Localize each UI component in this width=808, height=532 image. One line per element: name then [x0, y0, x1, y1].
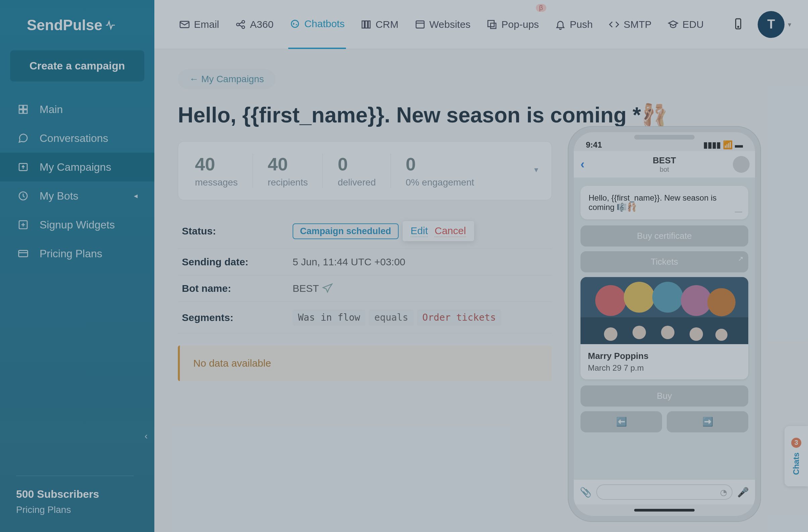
chatbot-icon	[290, 18, 300, 29]
chat-header: ‹ BEST bot	[574, 151, 755, 178]
preview-button-certificate[interactable]: Buy certificate	[581, 225, 748, 247]
svg-rect-2	[19, 110, 23, 113]
svg-point-24	[652, 282, 683, 312]
main-content: ← My Campaigns Hello, {{first_name}}. Ne…	[154, 49, 808, 532]
svg-rect-7	[19, 251, 28, 257]
detail-row-segments: Segments: Was in flow equals Order ticke…	[178, 302, 552, 334]
chat-message: Hello, {{first_name}}. New season is com…	[581, 186, 748, 220]
preview-button-buy[interactable]: Buy	[581, 385, 748, 406]
stat-label: 0% engagement	[406, 177, 474, 188]
sidebar-item-signup-widgets[interactable]: Signup Widgets	[0, 210, 154, 239]
chats-side-tab[interactable]: 3 Chats	[785, 426, 808, 487]
window-icon	[415, 19, 425, 30]
svg-point-10	[242, 20, 245, 23]
detail-value: 5 Jun, 11:44 UTC +03:00	[293, 256, 405, 268]
battery-icon: ▬	[735, 140, 743, 150]
upload-icon	[17, 161, 30, 173]
stats-dropdown[interactable]: ▾	[534, 165, 538, 174]
create-campaign-button[interactable]: Create a campaign	[10, 50, 144, 81]
topnav-label: A360	[250, 19, 274, 30]
brand-text: SendPulse	[27, 17, 102, 34]
topnav-label: Email	[194, 19, 219, 30]
svg-point-28	[604, 327, 618, 341]
sidebar-item-pricing-plans[interactable]: Pricing Plans	[0, 239, 154, 268]
detail-row-sending-date: Sending date: 5 Jun, 11:44 UTC +03:00	[178, 249, 552, 276]
sidebar-collapse-button[interactable]: ‹	[145, 431, 148, 441]
beta-badge: β	[536, 4, 547, 12]
topnav-crm[interactable]: CRM	[360, 0, 400, 49]
stat-delivered: 0 delivered	[323, 154, 391, 188]
sidebar-item-main[interactable]: Main	[0, 95, 154, 124]
svg-point-12	[291, 20, 298, 27]
subscriber-count: 500 Subscribers	[16, 488, 138, 500]
topnav-push[interactable]: Push	[554, 0, 594, 49]
envelope-icon	[179, 19, 190, 30]
stat-messages: 40 messages	[191, 154, 253, 188]
topnav-label: Chatbots	[304, 18, 345, 30]
detail-key: Bot name:	[182, 283, 293, 294]
svg-point-22	[595, 285, 626, 316]
stat-label: delivered	[337, 177, 376, 188]
topnav-edu[interactable]: EDU	[666, 0, 705, 49]
sidebar-nav: Main Conversations My Campaigns My Bots …	[0, 95, 154, 476]
external-link-icon: ↗	[738, 254, 743, 263]
wifi-icon: 📶	[723, 140, 733, 150]
stat-recipients: 40 recipients	[253, 154, 323, 188]
no-data-notice: No data available	[178, 345, 552, 381]
topnav-email[interactable]: Email	[178, 0, 220, 49]
back-icon[interactable]: ‹	[581, 157, 585, 171]
chats-count-badge: 3	[791, 438, 801, 448]
topnav-label: Pop-ups	[501, 19, 539, 30]
card-image	[581, 277, 748, 344]
svg-rect-1	[23, 105, 27, 109]
columns-icon	[361, 19, 371, 30]
svg-point-32	[715, 329, 728, 341]
chat-inputbar: 📎 ◔ 🎤	[574, 480, 755, 505]
sidebar-item-label: Main	[40, 103, 63, 116]
card-date: March 29 7 p.m	[588, 363, 741, 373]
sidebar-item-conversations[interactable]: Conversations	[0, 124, 154, 153]
sidebar-item-my-campaigns[interactable]: My Campaigns	[0, 153, 154, 182]
message-meta-icon: —	[735, 207, 742, 216]
preview-button-tickets[interactable]: Tickets ↗	[581, 251, 748, 272]
sidebar-item-my-bots[interactable]: My Bots ◂	[0, 182, 154, 210]
mic-icon[interactable]: 🎤	[737, 487, 749, 498]
popup-icon	[486, 19, 497, 30]
preview-button-prev[interactable]: ⬅️	[581, 411, 662, 432]
topbar: Email A360 Chatbots CRM Websites Pop-ups…	[154, 0, 808, 49]
svg-point-30	[661, 326, 675, 339]
pricing-plans-link[interactable]: Pricing Plans	[16, 505, 138, 515]
bell-icon	[555, 19, 566, 30]
topnav-smtp[interactable]: SMTP	[607, 0, 653, 49]
chat-header-avatar[interactable]	[733, 156, 750, 173]
topnav-popups[interactable]: Pop-ups β	[485, 0, 540, 49]
sidebar: SendPulse Create a campaign Main Convers…	[0, 0, 154, 532]
sidebar-item-label: Signup Widgets	[40, 219, 115, 231]
sidebar-item-label: Pricing Plans	[40, 248, 102, 260]
breadcrumb-back[interactable]: ← My Campaigns	[178, 69, 275, 89]
chevron-left-icon: ◂	[134, 192, 137, 200]
svg-point-31	[690, 327, 703, 341]
attach-icon[interactable]: 📎	[580, 487, 591, 498]
svg-point-29	[632, 326, 646, 339]
topnav-a360[interactable]: A360	[234, 0, 275, 49]
phone-time: 9:41	[586, 140, 602, 150]
brand-logo[interactable]: SendPulse	[0, 0, 154, 44]
sticker-icon[interactable]: ◔	[720, 488, 727, 497]
svg-point-23	[624, 282, 655, 312]
edit-link[interactable]: Edit	[411, 225, 428, 237]
topnav-websites[interactable]: Websites	[414, 0, 472, 49]
detail-key: Sending date:	[182, 256, 293, 268]
cancel-link[interactable]: Cancel	[435, 225, 466, 237]
svg-rect-16	[416, 21, 424, 28]
svg-rect-14	[365, 21, 368, 28]
chat-text-input[interactable]: ◔	[596, 484, 733, 500]
account-menu[interactable]: T ▾	[758, 11, 791, 38]
plus-box-icon	[17, 218, 30, 231]
stat-label: messages	[195, 177, 238, 188]
topnav-chatbots[interactable]: Chatbots	[288, 0, 346, 49]
mobile-icon[interactable]	[732, 18, 744, 31]
preview-button-next[interactable]: ➡️	[667, 411, 748, 432]
chat-header-sub: bot	[653, 166, 676, 173]
topnav-label: CRM	[375, 19, 398, 30]
